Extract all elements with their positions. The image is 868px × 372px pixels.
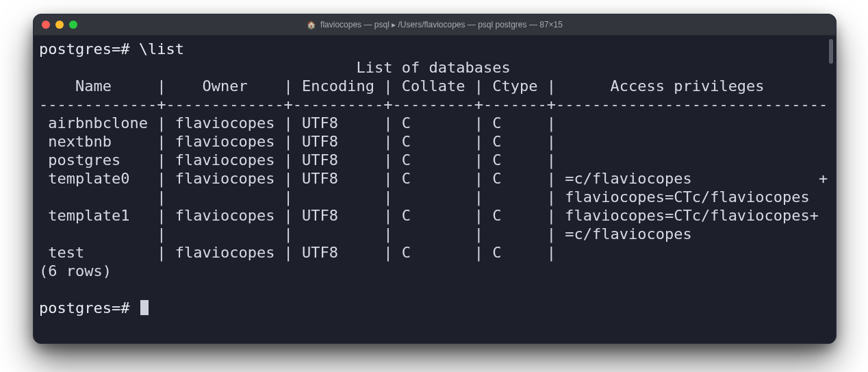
row-count: (6 rows) <box>39 262 112 280</box>
minimize-icon[interactable] <box>55 21 64 29</box>
prompt-idle: postgres=# <box>39 299 139 317</box>
zoom-icon[interactable] <box>69 21 77 29</box>
table-row: postgres | flaviocopes | UTF8 | C | C | <box>39 151 565 169</box>
cursor-icon <box>140 300 149 315</box>
table-row: | | | | | =c/flaviocopes <box>39 225 692 243</box>
table-row: test | flaviocopes | UTF8 | C | C | <box>39 244 565 261</box>
terminal-output[interactable]: postgres=# \list List of databases Name … <box>34 36 836 344</box>
home-icon: 🏠 <box>307 21 316 29</box>
table-row: airbnbclone | flaviocopes | UTF8 | C | C… <box>39 114 565 132</box>
prompt-line: postgres=# \list <box>39 40 184 58</box>
window-controls <box>42 21 77 29</box>
close-icon[interactable] <box>42 21 50 29</box>
table-title: List of databases <box>39 59 511 76</box>
window-title-text: flaviocopes — psql ▸ /Users/flaviocopes … <box>320 20 563 29</box>
table-row: template1 | flaviocopes | UTF8 | C | C |… <box>39 207 819 224</box>
table-row: template0 | flaviocopes | UTF8 | C | C |… <box>39 170 828 187</box>
scrollbar-thumb[interactable] <box>829 39 833 64</box>
table-separator: -------------+-------------+----------+-… <box>39 96 828 113</box>
titlebar: 🏠 flaviocopes — psql ▸ /Users/flaviocope… <box>34 14 836 36</box>
window-title: 🏠 flaviocopes — psql ▸ /Users/flaviocope… <box>34 20 836 29</box>
table-row: nextbnb | flaviocopes | UTF8 | C | C | <box>39 133 565 150</box>
table-header: Name | Owner | Encoding | Collate | Ctyp… <box>39 77 828 95</box>
table-row: | | | | | flaviocopes=CTc/flaviocopes <box>39 188 810 206</box>
terminal-window: 🏠 flaviocopes — psql ▸ /Users/flaviocope… <box>33 14 837 344</box>
